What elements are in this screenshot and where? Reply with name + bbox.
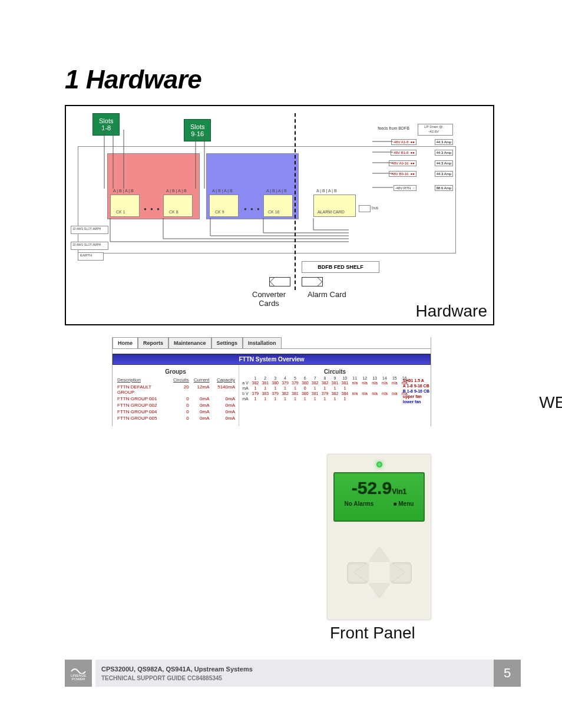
nav-right-button[interactable] xyxy=(391,562,405,582)
web-section-label: WEB xyxy=(539,393,562,412)
web-interface-screenshot: Home Reports Maintenance Settings Instal… xyxy=(112,337,431,426)
group-row[interactable]: FTTN GROUP 00200mA0mA xyxy=(114,402,237,409)
lineage-power-logo: LINEAGE POWER xyxy=(65,660,92,687)
tab-home[interactable]: Home xyxy=(113,337,138,348)
footer-models: CPS3200U, QS982A, QS941A, Upstream Syste… xyxy=(101,666,488,673)
hardware-diagram: Slots 1-8 Slots 9-16 ● ● ● ● ● ● CK 1 CK… xyxy=(65,105,494,325)
tab-maintenance[interactable]: Maintenance xyxy=(168,337,211,348)
tab-reports[interactable]: Reports xyxy=(138,337,168,348)
nav-left-button[interactable] xyxy=(354,562,368,582)
circuit-row-a-v: a V 382381380379379380382382381381n/an/a… xyxy=(240,380,429,386)
circuits-title: Circuits xyxy=(240,367,429,376)
nav-up-button[interactable] xyxy=(369,547,389,561)
group-headers: Description Circuits Current Capacity xyxy=(114,376,237,384)
groups-title: Groups xyxy=(114,367,237,376)
circuit-row-b-ma: mA 1111111111 xyxy=(240,396,429,401)
arrow-left-icon xyxy=(269,277,290,286)
tab-installation[interactable]: Installation xyxy=(243,337,282,348)
circuits-panel: Circuits 12345678910111213141516 a V 382… xyxy=(239,365,431,426)
group-row[interactable]: FTTN DEFAULT GROUP2012mA5140mA xyxy=(114,384,237,396)
groups-panel: Groups Description Circuits Current Capa… xyxy=(113,365,239,426)
front-panel-section-label: Front Panel xyxy=(330,624,415,643)
page-number: 5 xyxy=(494,660,521,687)
alarm-card-caption: Alarm Card xyxy=(308,290,346,299)
circuit-columns: 12345678910111213141516 xyxy=(240,376,429,380)
front-panel-device: -52.9Vin1 No Alarms ■ Menu xyxy=(327,454,431,620)
dashed-divider xyxy=(295,113,296,290)
bdfb-shelf-label: BDFB FED SHELF xyxy=(302,261,379,273)
voltage-readout: -52.9Vin1 xyxy=(335,473,424,498)
circuit-side-info: SH01 1.5 A A 1-8 9-16 CB B 1-8 9-16 CB u… xyxy=(403,378,429,404)
circuit-row-a-ma: mA 1111101111 xyxy=(240,386,429,391)
group-row[interactable]: FTTN GROUP 00100mA0mA xyxy=(114,396,237,402)
nav-down-button[interactable] xyxy=(369,584,389,598)
footer-doc-id: TECHNICAL SUPPORT GUIDE CC84885345 xyxy=(101,675,488,681)
hardware-section-label: Hardware xyxy=(416,302,487,321)
arrow-right-icon xyxy=(302,277,323,286)
menu-indicator: ■ Menu xyxy=(393,500,414,507)
web-tabs: Home Reports Maintenance Settings Instal… xyxy=(113,337,431,349)
lcd-screen: -52.9Vin1 No Alarms ■ Menu xyxy=(333,472,425,522)
page-footer: LINEAGE POWER CPS3200U, QS982A, QS941A, … xyxy=(65,660,521,687)
group-row[interactable]: FTTN GROUP 00400mA0mA xyxy=(114,409,237,415)
status-led-icon xyxy=(376,462,382,467)
alarm-status: No Alarms xyxy=(345,500,374,507)
web-banner: FTTN System Overview xyxy=(113,354,431,365)
page-title: 1 Hardware xyxy=(65,65,521,94)
tab-settings[interactable]: Settings xyxy=(211,337,243,348)
circuit-row-b-v: b V 379383379382381380381379382384n/an/a… xyxy=(240,391,429,396)
dpad xyxy=(347,540,412,605)
group-row[interactable]: FTTN GROUP 00500mA0mA xyxy=(114,415,237,421)
converter-cards-caption: Converter Cards xyxy=(252,290,286,308)
